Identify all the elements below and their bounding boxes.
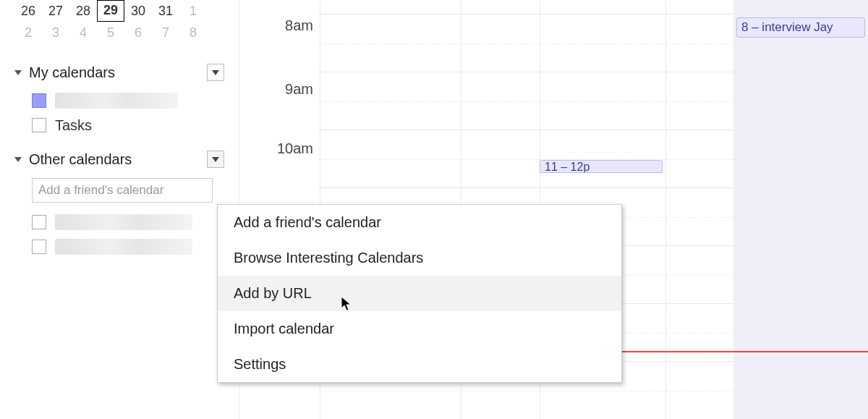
calendar-name-redacted: [55, 93, 178, 109]
calendar-event[interactable]: 11 – 12p: [540, 160, 663, 173]
calendar-color-swatch: [32, 118, 46, 132]
minical-day[interactable]: 5: [97, 22, 124, 43]
tasks-label: Tasks: [55, 117, 92, 134]
calendar-name-redacted: [55, 214, 192, 230]
hour-label: 9am: [285, 81, 313, 98]
minical-day[interactable]: 2: [14, 22, 42, 43]
minical-day[interactable]: 31: [152, 0, 179, 22]
minical-day[interactable]: 30: [124, 0, 152, 22]
calendar-name-redacted: [55, 239, 192, 255]
minical-day[interactable]: 7: [152, 22, 179, 43]
other-calendar-item[interactable]: [32, 210, 239, 234]
caret-down-icon: [212, 70, 219, 75]
add-friend-calendar-input[interactable]: Add a friend's calendar: [32, 178, 213, 203]
other-calendars-toggle[interactable]: Other calendars: [14, 151, 132, 168]
sidebar: 19 20 21 22 23 24 25 26 27 28 29 30 31 1…: [0, 0, 239, 419]
caret-down-icon: [212, 157, 219, 162]
today-column-highlight: [733, 0, 868, 419]
other-calendars-label: Other calendars: [29, 151, 132, 168]
hour-label: 8am: [285, 17, 313, 34]
menu-add-by-url[interactable]: Add by URL: [218, 276, 621, 311]
calendar-item-tasks[interactable]: Tasks: [32, 113, 224, 137]
menu-add-friends-calendar[interactable]: Add a friend's calendar: [218, 205, 621, 240]
menu-import-calendar[interactable]: Import calendar: [218, 311, 621, 347]
calendar-color-swatch: [32, 240, 46, 254]
calendar-item-primary[interactable]: [32, 88, 224, 113]
other-calendars-menu-button[interactable]: [207, 151, 224, 168]
menu-item-label: Add by URL: [234, 285, 312, 301]
my-calendars-label: My calendars: [29, 64, 115, 81]
menu-settings[interactable]: Settings: [218, 347, 621, 382]
friend-input-placeholder: Add a friend's calendar: [38, 183, 163, 198]
calendar-event-allday[interactable]: 8 – interview Jay: [736, 17, 865, 38]
my-calendars-toggle[interactable]: My calendars: [14, 64, 115, 81]
menu-browse-interesting-calendars[interactable]: Browse Interesting Calendars: [218, 240, 621, 276]
other-calendar-item[interactable]: [32, 234, 239, 259]
calendar-color-swatch: [32, 93, 46, 108]
hour-label: 10am: [277, 140, 313, 157]
other-calendars-section: Other calendars: [14, 151, 224, 168]
caret-down-icon: [14, 70, 22, 75]
minical-day[interactable]: 6: [124, 22, 152, 43]
minical-day[interactable]: 4: [69, 22, 97, 43]
my-calendars-menu-button[interactable]: [207, 64, 224, 81]
caret-down-icon: [14, 157, 22, 162]
minical-day[interactable]: 26: [14, 0, 42, 22]
my-calendars-section: My calendars Tasks: [14, 64, 224, 137]
minical-day[interactable]: 28: [69, 0, 97, 22]
minical-day[interactable]: 8: [179, 22, 207, 43]
calendar-color-swatch: [32, 215, 46, 229]
minical-day-today[interactable]: 29: [97, 0, 124, 22]
mini-calendar[interactable]: 19 20 21 22 23 24 25 26 27 28 29 30 31 1…: [0, 0, 239, 51]
minical-day[interactable]: 27: [42, 0, 69, 22]
minical-day[interactable]: 3: [42, 22, 69, 43]
minical-day[interactable]: 1: [179, 0, 207, 22]
other-calendars-dropdown-menu: Add a friend's calendar Browse Interesti…: [217, 204, 622, 383]
